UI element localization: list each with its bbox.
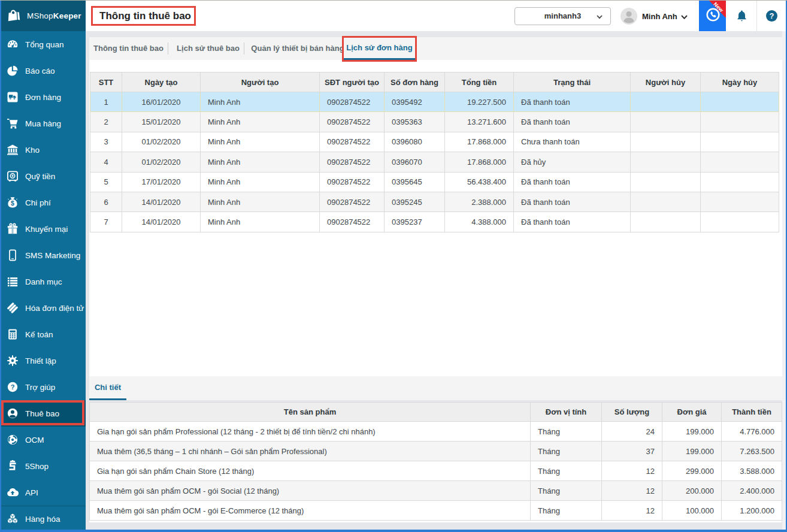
svg-text:?: ? [11, 383, 15, 391]
svg-text:$: $ [11, 200, 14, 207]
